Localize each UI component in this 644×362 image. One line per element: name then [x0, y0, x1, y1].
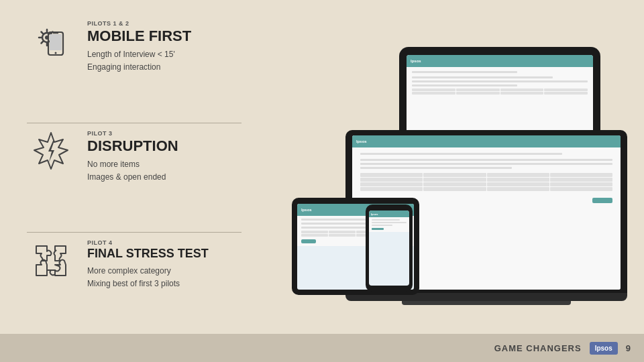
- laptop-stand: [402, 301, 571, 305]
- pilot4-title: FINAL STRESS TEST: [87, 247, 241, 261]
- phone-screen: Ipsos: [369, 210, 409, 286]
- page-number: 9: [626, 343, 631, 353]
- pilot3-title: DISRUPTION: [87, 138, 241, 154]
- svg-line-6: [42, 32, 44, 34]
- footer: GAME CHANGERS Ipsos 9: [0, 334, 644, 362]
- pilot3-desc: No more items Images & open ended: [87, 158, 241, 184]
- pilot1-title: MOBILE FIRST: [87, 28, 241, 44]
- pilot1-content: PILOTS 1 & 2 MOBILE FIRST Length of Inte…: [87, 20, 241, 74]
- pilot-section-1: PILOTS 1 & 2 MOBILE FIRST Length of Inte…: [27, 20, 241, 123]
- mobile-gear-icon: [30, 20, 72, 63]
- left-panel: PILOTS 1 & 2 MOBILE FIRST Length of Inte…: [0, 0, 262, 362]
- phone-device: Ipsos: [366, 204, 413, 292]
- pilot1-label: PILOTS 1 & 2: [87, 20, 241, 27]
- pilot4-label: PILOT 4: [87, 239, 241, 246]
- puzzle-icon: [30, 239, 72, 282]
- icon-area-4: [27, 239, 75, 282]
- icon-area-1: [27, 20, 75, 63]
- pilot4-desc: More complex category Mixing best of fir…: [87, 265, 241, 290]
- svg-marker-15: [48, 141, 54, 162]
- icon-area-3: [27, 130, 75, 173]
- pilot3-content: PILOT 3 DISRUPTION No more items Images …: [87, 130, 241, 184]
- devices-wrapper: Ipsos: [278, 34, 627, 328]
- pilot-section-4: PILOT 4 FINAL STRESS TEST More complex c…: [27, 239, 241, 342]
- pilot3-label: PILOT 3: [87, 130, 241, 137]
- right-panel: Ipsos: [262, 0, 644, 362]
- pilot1-desc: Length of Interview < 15' Engaging inter…: [87, 48, 241, 74]
- pilot-section-3: PILOT 3 DISRUPTION No more items Images …: [27, 130, 241, 233]
- game-changers-label: GAME CHANGERS: [494, 343, 582, 353]
- svg-rect-11: [50, 34, 62, 50]
- lightning-badge-icon: [30, 130, 72, 173]
- main-container: PILOTS 1 & 2 MOBILE FIRST Length of Inte…: [0, 0, 644, 362]
- svg-point-12: [55, 52, 57, 54]
- pilot4-content: PILOT 4 FINAL STRESS TEST More complex c…: [87, 239, 241, 290]
- ipsos-badge: Ipsos: [590, 342, 618, 355]
- svg-line-9: [42, 42, 44, 44]
